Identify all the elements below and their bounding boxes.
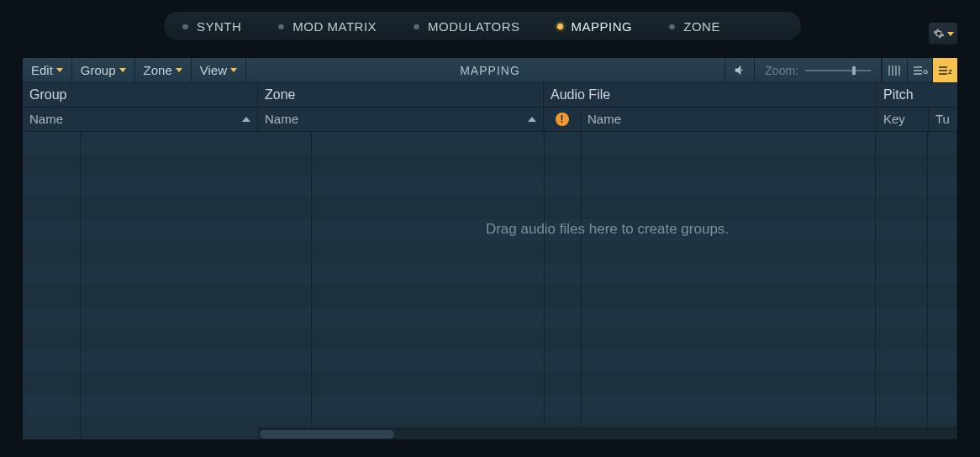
warning-icon: !	[556, 113, 569, 126]
nav-dot-icon	[414, 24, 419, 29]
header-zone-name[interactable]: Name	[258, 108, 543, 131]
header-pitch: Pitch Key Tu	[877, 83, 957, 131]
header-audio-file: Audio File ! Name	[544, 83, 877, 131]
header-title: Audio File	[544, 83, 876, 108]
nav-tab-synth[interactable]: SYNTH	[164, 12, 260, 40]
nav-tab-label: MOD MATRIX	[292, 19, 377, 34]
menu-label: Group	[81, 63, 116, 77]
menu-label: Edit	[31, 63, 53, 77]
nav-tab-zone[interactable]: ZONE	[651, 12, 739, 40]
nav-dot-icon	[182, 24, 188, 29]
scrollbar-thumb[interactable]	[260, 430, 394, 439]
header-warning[interactable]: !	[544, 113, 581, 126]
nav-dot-icon	[278, 24, 284, 29]
zone-view-icon: Z	[938, 65, 953, 76]
keyboard-view-icon	[888, 65, 903, 76]
header-label: Key	[883, 112, 905, 126]
horizontal-scrollbar[interactable]	[258, 428, 957, 439]
header-audio-name[interactable]: Name	[581, 108, 876, 131]
svg-text:Z: Z	[948, 68, 952, 76]
menu-label: View	[200, 63, 227, 77]
header-label: Tu	[935, 112, 950, 126]
body-main-column: Drag audio files here to create groups.	[258, 132, 957, 439]
header-label: Name	[587, 112, 621, 126]
header-group-name[interactable]: Name	[23, 108, 257, 131]
header-label: Name	[265, 112, 298, 126]
settings-button[interactable]	[928, 22, 958, 45]
nav-tab-modulators[interactable]: MODULATORS	[395, 12, 538, 40]
view-group-button[interactable]: G	[907, 58, 932, 82]
view-zone-button[interactable]: Z	[932, 58, 957, 82]
nav-tab-mod-matrix[interactable]: MOD MATRIX	[260, 12, 395, 40]
chevron-down-icon	[56, 68, 63, 72]
nav-dot-icon	[557, 24, 563, 29]
gear-icon	[933, 28, 945, 39]
menu-label: Zone	[144, 63, 172, 77]
header-pitch-key[interactable]: Key	[877, 108, 929, 131]
nav-tab-label: ZONE	[683, 19, 720, 34]
nav-tab-label: SYNTH	[197, 19, 241, 34]
sort-ascending-icon	[528, 117, 536, 122]
view-keyboard-button[interactable]	[882, 58, 907, 82]
zone-menu[interactable]: Zone	[135, 58, 192, 82]
audition-button[interactable]	[724, 58, 755, 82]
view-menu[interactable]: View	[192, 58, 246, 82]
panel-toolbar: Edit Group Zone View MAPPING Zoom:	[23, 58, 957, 83]
header-label: Name	[29, 112, 63, 126]
nav-tab-label: MODULATORS	[428, 19, 519, 34]
zoom-control[interactable]: Zoom:	[755, 58, 882, 82]
zoom-label: Zoom:	[765, 64, 798, 77]
nav-tab-label: MAPPING	[572, 19, 633, 34]
column-headers: Group Name Zone Name Audio File !	[23, 83, 957, 132]
main-nav: SYNTH MOD MATRIX MODULATORS MAPPING ZONE	[163, 11, 802, 41]
header-group: Group Name	[23, 83, 258, 131]
header-zone: Zone Name	[258, 83, 544, 131]
header-title: Zone	[258, 83, 543, 108]
body-group-column	[23, 132, 258, 439]
svg-text:G: G	[923, 68, 928, 76]
chevron-down-icon	[947, 32, 954, 36]
header-title: Pitch	[877, 83, 957, 108]
chevron-down-icon	[176, 68, 182, 72]
chevron-down-icon	[119, 68, 126, 72]
header-title: Group	[23, 83, 257, 108]
nav-dot-icon	[669, 24, 675, 29]
zoom-slider-track[interactable]	[805, 70, 871, 71]
mapping-panel: Edit Group Zone View MAPPING Zoom:	[22, 57, 958, 440]
group-menu[interactable]: Group	[72, 58, 135, 82]
group-view-icon: G	[913, 65, 928, 76]
edit-menu[interactable]: Edit	[23, 58, 72, 82]
sort-ascending-icon	[242, 117, 250, 122]
chevron-down-icon	[230, 68, 237, 72]
zoom-slider-thumb[interactable]	[852, 66, 856, 75]
mapping-body[interactable]: Drag audio files here to create groups.	[23, 132, 957, 439]
speaker-icon	[733, 63, 747, 77]
nav-tab-mapping[interactable]: MAPPING	[539, 12, 651, 40]
header-pitch-tune[interactable]: Tu	[929, 108, 957, 131]
